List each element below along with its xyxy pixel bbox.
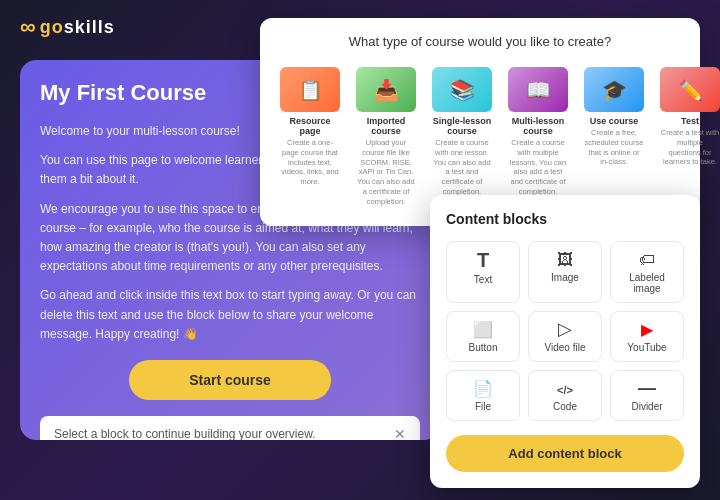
- file-icon: [473, 379, 493, 397]
- block-text[interactable]: Text: [446, 241, 520, 303]
- multi-thumb: 📖: [508, 67, 568, 112]
- imported-desc: Upload your course file like SCORM, RISE…: [356, 138, 416, 206]
- course-type-imported[interactable]: 📥 Imported course Upload your course fil…: [352, 63, 420, 210]
- instruction-text: Go ahead and click inside this text box …: [40, 286, 420, 344]
- add-content-button[interactable]: Add content block: [446, 435, 684, 472]
- logo-text: goskills: [40, 17, 115, 38]
- single-label: Single-lesson course: [432, 116, 492, 136]
- code-label: Code: [553, 401, 577, 412]
- resource-desc: Create a one-page course that includes t…: [280, 138, 340, 187]
- test-desc: Create a test with multiple questions fo…: [660, 128, 720, 167]
- divider-icon: [638, 379, 656, 397]
- block-button[interactable]: Button: [446, 311, 520, 362]
- infinity-icon: ∞: [20, 14, 34, 40]
- multi-label: Multi-lesson course: [508, 116, 568, 136]
- content-blocks-card: Content blocks Text Image Labeled image …: [430, 195, 700, 488]
- block-selector-bar: Select a block to continue building your…: [40, 416, 420, 440]
- youtube-label: YouTube: [627, 342, 666, 353]
- imported-thumb: 📥: [356, 67, 416, 112]
- resource-thumb: 📋: [280, 67, 340, 112]
- start-course-button[interactable]: Start course: [129, 360, 331, 400]
- block-video[interactable]: Video file: [528, 311, 602, 362]
- labeled-label: Labeled image: [615, 272, 679, 294]
- text-icon: [477, 250, 489, 270]
- course-type-options: 📋 Resource page Create a one-page course…: [276, 63, 684, 210]
- imported-label: Imported course: [356, 116, 416, 136]
- block-file[interactable]: File: [446, 370, 520, 421]
- image-icon: [557, 250, 573, 268]
- use-thumb: 🎓: [584, 67, 644, 112]
- labeled-icon: [639, 250, 655, 268]
- resource-label: Resource page: [280, 116, 340, 136]
- button-icon: [473, 320, 493, 338]
- block-labeled-image[interactable]: Labeled image: [610, 241, 684, 303]
- single-thumb: 📚: [432, 67, 492, 112]
- youtube-icon: [641, 320, 653, 338]
- course-type-resource[interactable]: 📋 Resource page Create a one-page course…: [276, 63, 344, 210]
- blocks-grid: Text Image Labeled image Button Video fi…: [446, 241, 684, 421]
- test-label: Test: [660, 116, 720, 126]
- use-label: Use course: [584, 116, 644, 126]
- single-desc: Create a course with one lesson. You can…: [432, 138, 492, 197]
- multi-desc: Create a course with multiple lessons. Y…: [508, 138, 568, 197]
- divider-label: Divider: [631, 401, 662, 412]
- content-blocks-title: Content blocks: [446, 211, 684, 227]
- block-image[interactable]: Image: [528, 241, 602, 303]
- file-label: File: [475, 401, 491, 412]
- block-divider[interactable]: Divider: [610, 370, 684, 421]
- video-icon: [558, 320, 572, 338]
- block-code[interactable]: Code: [528, 370, 602, 421]
- test-thumb: ✏️: [660, 67, 720, 112]
- block-youtube[interactable]: YouTube: [610, 311, 684, 362]
- code-icon: [557, 379, 573, 397]
- course-type-title: What type of course would you like to cr…: [276, 34, 684, 49]
- block-selector-text: Select a block to continue building your…: [54, 427, 316, 440]
- course-type-use[interactable]: 🎓 Use course Create a free, scheduled co…: [580, 63, 648, 210]
- course-type-test[interactable]: ✏️ Test Create a test with multiple ques…: [656, 63, 720, 210]
- course-type-multi[interactable]: 📖 Multi-lesson course Create a course wi…: [504, 63, 572, 210]
- image-label: Image: [551, 272, 579, 283]
- button-label: Button: [469, 342, 498, 353]
- text-label: Text: [474, 274, 492, 285]
- use-desc: Create a free, scheduled course that is …: [584, 128, 644, 167]
- course-type-single[interactable]: 📚 Single-lesson course Create a course w…: [428, 63, 496, 210]
- logo: ∞ goskills: [20, 14, 115, 40]
- video-label: Video file: [545, 342, 586, 353]
- close-icon[interactable]: ✕: [394, 426, 406, 440]
